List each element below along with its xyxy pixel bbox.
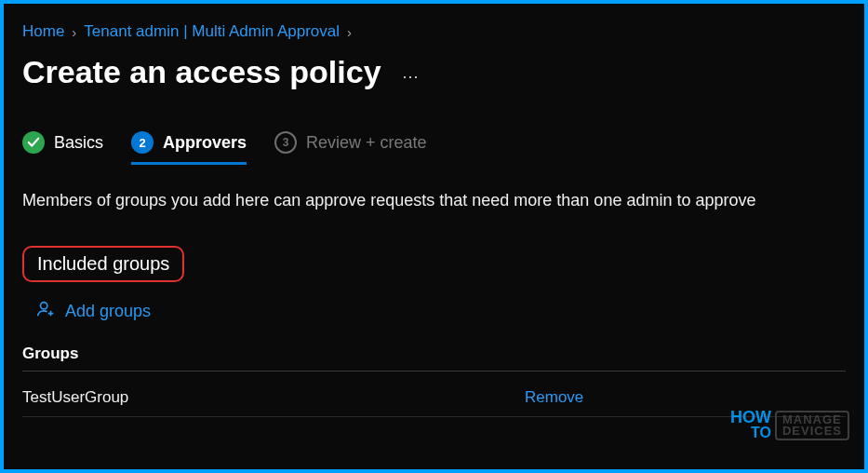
step-number-icon: 3 [274,131,297,154]
page-title: Create an access policy [22,54,381,90]
tab-review-create[interactable]: 3 Review + create [274,131,427,163]
watermark-to: TO [730,425,771,441]
check-icon [22,131,45,154]
watermark-line2: DEVICES [782,426,842,437]
add-groups-button[interactable]: Add groups [35,299,846,324]
group-name: TestUserGroup [22,388,525,407]
chevron-right-icon: › [347,24,352,40]
add-user-icon [35,299,56,324]
wizard-tabs: Basics 2 Approvers 3 Review + create [22,131,846,163]
breadcrumb-home[interactable]: Home [22,22,64,41]
svg-point-0 [41,303,47,309]
add-groups-label: Add groups [65,302,151,321]
breadcrumb-tenant-admin[interactable]: Tenant admin | Multi Admin Approval [84,22,340,41]
step-number-icon: 2 [131,131,154,154]
tab-approvers[interactable]: 2 Approvers [131,131,247,163]
breadcrumb: Home › Tenant admin | Multi Admin Approv… [22,22,846,41]
groups-column-header: Groups [22,345,846,372]
included-groups-heading: Included groups [22,246,184,282]
more-icon[interactable]: ⋯ [402,66,421,87]
tab-review-label: Review + create [306,133,427,153]
tab-basics[interactable]: Basics [22,131,103,163]
remove-group-link[interactable]: Remove [525,388,583,407]
tab-approvers-label: Approvers [163,133,247,153]
watermark: HOW TO MANAGE DEVICES [730,410,849,441]
tab-description: Members of groups you add here can appro… [22,189,846,212]
chevron-right-icon: › [72,24,76,40]
watermark-how: HOW [730,410,771,425]
table-row: TestUserGroup Remove [22,383,846,417]
tab-basics-label: Basics [54,133,103,153]
